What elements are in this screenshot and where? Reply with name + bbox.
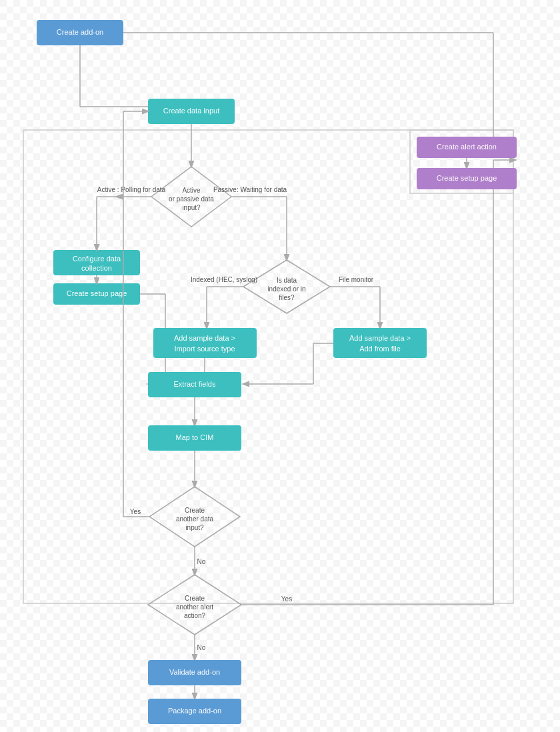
another-alert-text1: Create	[185, 595, 205, 602]
validate-addon-label: Validate add-on	[169, 668, 220, 676]
configure-data-label1: Configure data	[73, 255, 121, 263]
create-addon-label: Create add-on	[57, 28, 103, 36]
map-to-cim-node: Map to CIM	[148, 425, 241, 451]
is-data-text2: indexed or in	[267, 285, 305, 293]
create-setup-right-node: Create setup page	[417, 168, 517, 189]
create-setup-left-node: Create setup page	[53, 283, 140, 305]
add-sample-file-label1: Add sample data >	[349, 334, 411, 342]
active-passive-text1: Active	[182, 187, 201, 194]
package-addon-node: Package add-on	[148, 699, 241, 724]
svg-rect-30	[153, 328, 257, 358]
yes1-label: Yes	[130, 508, 141, 515]
create-setup-right-label: Create setup page	[437, 174, 497, 182]
another-input-text2: another data	[176, 515, 214, 523]
no2-label: No	[197, 644, 206, 651]
package-addon-label: Package add-on	[168, 707, 221, 715]
active-passive-text2: or passive data	[169, 195, 214, 203]
extract-fields-label: Extract fields	[174, 380, 216, 388]
configure-data-label2: collection	[81, 264, 112, 272]
extract-fields-node: Extract fields	[148, 372, 241, 397]
configure-data-node: Configure data collection	[53, 250, 140, 275]
is-data-text1: Is data	[277, 277, 297, 284]
create-alert-action-label: Create alert action	[437, 143, 497, 151]
yes2-label: Yes	[281, 595, 292, 603]
create-setup-left-label: Create setup page	[67, 289, 127, 297]
indexed-label: Indexed (HEC, syslog)	[191, 276, 257, 283]
add-sample-file-label2: Add from file	[359, 345, 401, 353]
diagram-container: Create add-on Create data input Active o…	[0, 0, 560, 732]
add-sample-indexed-label1: Add sample data >	[174, 334, 235, 342]
map-to-cim-label: Map to CIM	[176, 433, 214, 441]
svg-rect-35	[333, 328, 427, 358]
file-monitor-label: File monitor	[339, 276, 374, 283]
another-input-text3: input?	[185, 524, 204, 531]
create-data-input-label: Create data input	[163, 107, 219, 115]
create-data-input-node: Create data input	[148, 99, 235, 124]
active-label: Active : Polling for data	[97, 186, 166, 193]
another-alert-text3: action?	[184, 612, 206, 619]
svg-rect-6	[0, 0, 560, 732]
validate-addon-node: Validate add-on	[148, 660, 241, 685]
create-alert-action-node: Create alert action	[417, 137, 517, 158]
active-passive-text3: input?	[182, 204, 201, 211]
another-alert-text2: another alert	[176, 603, 213, 611]
is-data-text3: files?	[279, 294, 295, 301]
another-input-text1: Create	[185, 507, 205, 514]
add-sample-file-node: Add sample data > Add from file	[333, 328, 427, 358]
create-addon-node: Create add-on	[37, 20, 123, 45]
add-sample-indexed-node: Add sample data > Import source type	[153, 328, 257, 358]
no1-label: No	[197, 558, 206, 565]
add-sample-indexed-label2: Import source type	[174, 345, 235, 353]
passive-label: Passive: Waiting for data	[213, 186, 287, 193]
